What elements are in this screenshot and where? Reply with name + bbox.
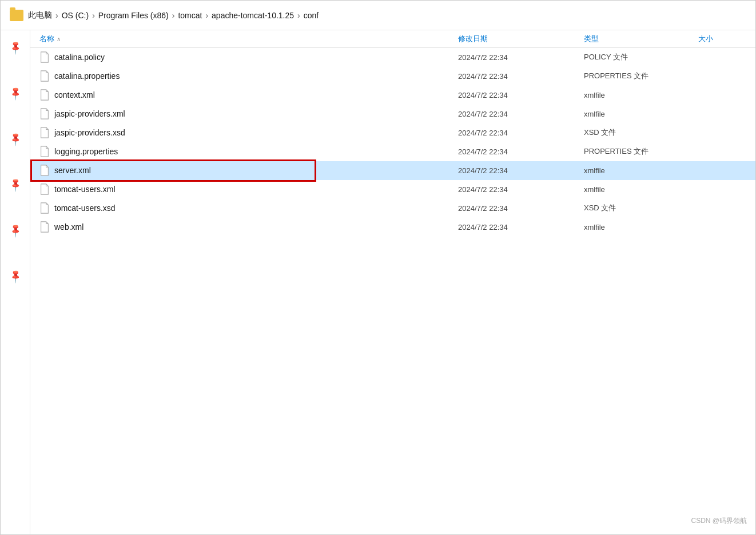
pin-icon-4[interactable]: 📌	[7, 177, 23, 193]
file-date: 2024/7/2 22:34	[458, 204, 584, 213]
file-date: 2024/7/2 22:34	[458, 53, 584, 62]
file-name: tomcat-users.xml	[54, 185, 116, 194]
file-type: XSD 文件	[584, 127, 698, 138]
file-type: POLICY 文件	[584, 52, 698, 62]
file-type: xmlfile	[584, 223, 698, 231]
file-name: tomcat-users.xsd	[54, 203, 116, 213]
breadcrumb-apache-tomcat[interactable]: apache-tomcat-10.1.25	[212, 11, 294, 20]
file-date: 2024/7/2 22:34	[458, 147, 584, 156]
file-date: 2024/7/2 22:34	[458, 72, 584, 81]
breadcrumb-conf[interactable]: conf	[304, 11, 319, 20]
file-name: jaspic-providers.xsd	[54, 128, 125, 137]
column-headers: 名称 ∧ 修改日期 类型 大小	[30, 30, 755, 48]
file-date: 2024/7/2 22:34	[458, 166, 584, 175]
col-header-date[interactable]: 修改日期	[458, 34, 584, 44]
table-row[interactable]: tomcat-users.xml 2024/7/2 22:34 xmlfile	[30, 180, 755, 199]
file-name-cell: server.xml	[39, 165, 458, 176]
pin-icon-6[interactable]: 📌	[7, 268, 23, 284]
watermark: CSDN @码界领航	[691, 516, 747, 526]
col-header-name[interactable]: 名称 ∧	[39, 34, 458, 44]
file-name-cell: tomcat-users.xml	[39, 183, 458, 195]
file-icon	[39, 51, 50, 63]
sidebar: 📌 📌 📌 📌 📌 📌	[1, 30, 30, 534]
table-row[interactable]: catalina.properties 2024/7/2 22:34 PROPE…	[30, 67, 755, 86]
file-name-cell: jaspic-providers.xsd	[39, 127, 458, 138]
file-icon	[39, 202, 50, 214]
file-name-cell: logging.properties	[39, 146, 458, 157]
sep-5: ›	[297, 11, 300, 20]
file-name: server.xml	[54, 166, 91, 175]
table-row[interactable]: server.xml 2024/7/2 22:34 xmlfile	[30, 161, 755, 180]
file-icon	[39, 70, 50, 82]
file-name: context.xml	[54, 90, 95, 99]
file-name-cell: catalina.policy	[39, 51, 458, 63]
file-name-cell: catalina.properties	[39, 70, 458, 82]
breadcrumb-tomcat[interactable]: tomcat	[178, 11, 202, 20]
file-date: 2024/7/2 22:34	[458, 129, 584, 137]
file-name-cell: tomcat-users.xsd	[39, 202, 458, 214]
sep-1: ›	[55, 11, 58, 20]
file-icon	[39, 127, 50, 138]
col-header-size[interactable]: 大小	[698, 34, 755, 44]
file-date: 2024/7/2 22:34	[458, 91, 584, 99]
file-type: PROPERTIES 文件	[584, 146, 698, 157]
table-row[interactable]: jaspic-providers.xsd 2024/7/2 22:34 XSD …	[30, 123, 755, 142]
file-icon	[39, 89, 50, 101]
file-name: web.xml	[54, 222, 83, 231]
file-icon	[39, 146, 50, 157]
explorer-window: 此电脑 › OS (C:) › Program Files (x86) › to…	[0, 0, 756, 535]
file-list[interactable]: 名称 ∧ 修改日期 类型 大小 catalina.policy	[30, 30, 755, 534]
table-row[interactable]: tomcat-users.xsd 2024/7/2 22:34 XSD 文件	[30, 199, 755, 218]
file-name-cell: jaspic-providers.xml	[39, 108, 458, 119]
pin-icon-5[interactable]: 📌	[7, 222, 23, 238]
table-row[interactable]: catalina.policy 2024/7/2 22:34 POLICY 文件	[30, 48, 755, 67]
sep-3: ›	[172, 11, 175, 20]
file-type: PROPERTIES 文件	[584, 71, 698, 81]
file-name: catalina.properties	[54, 71, 120, 81]
file-type: xmlfile	[584, 166, 698, 175]
breadcrumb: 此电脑 › OS (C:) › Program Files (x86) › to…	[28, 10, 319, 21]
file-type: xmlfile	[584, 110, 698, 118]
pin-icon-1[interactable]: 📌	[7, 39, 23, 55]
pin-icon-3[interactable]: 📌	[7, 131, 23, 147]
file-rows-container: catalina.policy 2024/7/2 22:34 POLICY 文件…	[30, 48, 755, 237]
col-header-type[interactable]: 类型	[584, 34, 698, 44]
pin-icon-2[interactable]: 📌	[7, 85, 23, 101]
file-date: 2024/7/2 22:34	[458, 223, 584, 231]
file-name: catalina.policy	[54, 53, 105, 62]
file-date: 2024/7/2 22:34	[458, 110, 584, 118]
file-name-cell: context.xml	[39, 89, 458, 101]
sep-2: ›	[92, 11, 95, 20]
sep-4: ›	[205, 11, 208, 20]
table-row[interactable]: logging.properties 2024/7/2 22:34 PROPER…	[30, 142, 755, 161]
sort-arrow-name: ∧	[57, 36, 61, 42]
folder-icon	[10, 10, 23, 21]
file-date: 2024/7/2 22:34	[458, 185, 584, 194]
address-bar: 此电脑 › OS (C:) › Program Files (x86) › to…	[1, 1, 755, 30]
file-name-cell: web.xml	[39, 221, 458, 233]
breadcrumb-os-c[interactable]: OS (C:)	[62, 11, 89, 20]
file-type: xmlfile	[584, 91, 698, 99]
file-type: xmlfile	[584, 185, 698, 194]
table-row[interactable]: context.xml 2024/7/2 22:34 xmlfile	[30, 86, 755, 105]
file-icon	[39, 165, 50, 176]
table-row[interactable]: jaspic-providers.xml 2024/7/2 22:34 xmlf…	[30, 105, 755, 123]
breadcrumb-this-pc[interactable]: 此电脑	[28, 10, 52, 21]
table-row[interactable]: web.xml 2024/7/2 22:34 xmlfile	[30, 218, 755, 237]
file-icon	[39, 221, 50, 233]
file-name: logging.properties	[54, 147, 118, 156]
breadcrumb-program-files[interactable]: Program Files (x86)	[98, 11, 169, 20]
file-icon	[39, 108, 50, 119]
main-content: 📌 📌 📌 📌 📌 📌 名称 ∧ 修改日期 类型	[1, 30, 755, 534]
file-icon	[39, 183, 50, 195]
file-type: XSD 文件	[584, 203, 698, 213]
file-name: jaspic-providers.xml	[54, 109, 125, 118]
